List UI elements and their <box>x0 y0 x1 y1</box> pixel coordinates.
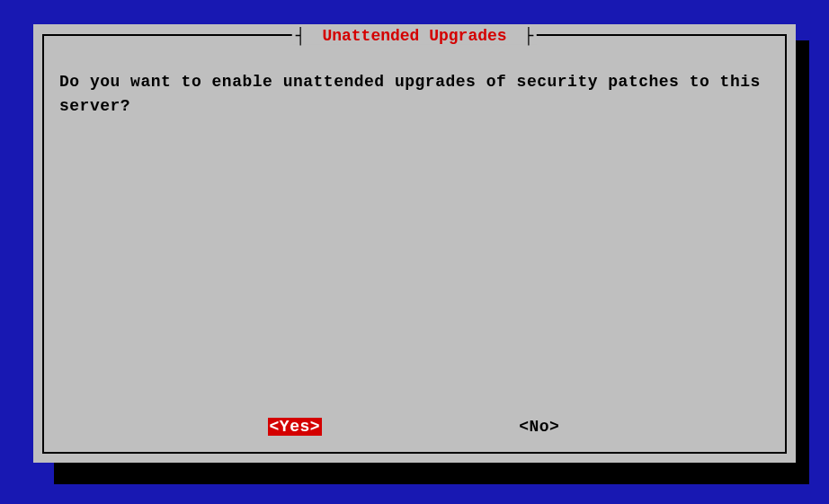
dialog-title: Unattended Upgrades <box>315 27 513 45</box>
dialog-message: Do you want to enable unattended upgrade… <box>59 70 770 119</box>
title-border-right: ├ <box>523 27 533 45</box>
dialog-title-wrap: ┤ Unattended Upgrades ├ <box>292 27 537 45</box>
no-button[interactable]: <No> <box>517 418 561 436</box>
dialog-panel: ┤ Unattended Upgrades ├ Do you want to e… <box>33 24 796 463</box>
button-row: <Yes> <No> <box>44 418 785 436</box>
yes-button[interactable]: <Yes> <box>268 418 323 436</box>
title-border-left: ┤ <box>296 27 306 45</box>
dialog-border: ┤ Unattended Upgrades ├ Do you want to e… <box>42 34 787 454</box>
